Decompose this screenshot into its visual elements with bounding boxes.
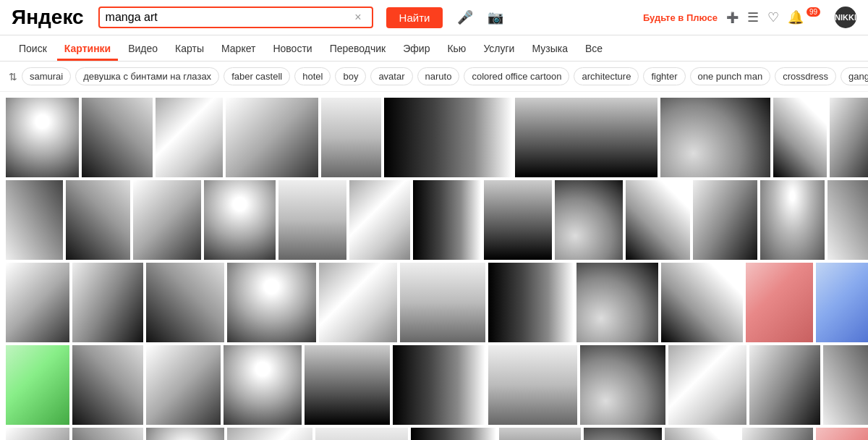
image-row (6, 428, 862, 440)
image-cell[interactable] (742, 428, 813, 440)
image-cell[interactable] (555, 180, 623, 260)
nav-tab-эфир[interactable]: Эфир (396, 38, 437, 61)
yandex-plus-text[interactable]: Будьте в Плюсе (643, 12, 718, 23)
nav-tab-картинки[interactable]: Картинки (57, 38, 118, 61)
image-cell[interactable] (146, 345, 221, 425)
filter-chip[interactable]: faber castell (224, 67, 290, 85)
filter-chip[interactable]: samurai (22, 67, 71, 85)
manga-image (349, 180, 410, 260)
image-cell[interactable] (499, 428, 581, 440)
image-cell[interactable] (133, 180, 201, 260)
search-clear-icon[interactable]: × (354, 11, 361, 24)
image-cell[interactable] (321, 98, 381, 177)
nav-tab-музыка[interactable]: Музыка (524, 38, 575, 61)
image-cell[interactable] (156, 98, 223, 177)
image-cell[interactable] (278, 180, 346, 260)
image-cell[interactable] (576, 263, 658, 342)
image-cell[interactable] (319, 263, 397, 342)
filter-chip[interactable]: naruto (417, 67, 460, 85)
nav-tab-кью[interactable]: Кью (440, 38, 473, 61)
nav-tab-карты[interactable]: Карты (168, 38, 211, 61)
filter-chip[interactable]: hotel (294, 67, 331, 85)
image-cell[interactable] (488, 263, 574, 342)
image-cell[interactable] (665, 428, 739, 440)
filter-chip[interactable]: девушка с бинтами на глазах (75, 67, 219, 85)
image-cell[interactable] (72, 345, 143, 425)
filter-chip[interactable]: gangsta (841, 67, 868, 85)
image-cell[interactable] (6, 180, 63, 260)
manga-image (661, 263, 743, 342)
image-cell[interactable] (816, 428, 868, 440)
image-cell[interactable] (816, 263, 868, 342)
filter-chip[interactable]: architecture (574, 67, 639, 85)
image-cell[interactable] (749, 345, 820, 425)
image-cell[interactable] (411, 428, 496, 440)
filter-chip[interactable]: avatar (370, 67, 412, 85)
image-cell[interactable] (72, 428, 143, 440)
image-cell[interactable] (146, 263, 224, 342)
image-cell[interactable] (315, 428, 408, 440)
image-cell[interactable] (349, 180, 410, 260)
filter-chip[interactable]: one punch man (690, 67, 771, 85)
image-cell[interactable] (146, 428, 224, 440)
image-cell[interactable] (580, 345, 665, 425)
image-cell[interactable] (484, 180, 552, 260)
nav-tab-поиск[interactable]: Поиск (12, 38, 54, 61)
nav-tab-новости[interactable]: Новости (265, 38, 319, 61)
filter-chip[interactable]: colored office cartoon (464, 67, 569, 85)
bookmarks-icon[interactable]: ☰ (747, 9, 759, 25)
mic-icon[interactable]: 🎤 (457, 9, 473, 25)
image-cell[interactable] (6, 428, 69, 440)
filter-chip[interactable]: boy (335, 67, 366, 85)
image-cell[interactable] (227, 263, 316, 342)
image-cell[interactable] (224, 345, 302, 425)
manga-image (580, 345, 665, 425)
image-cell[interactable] (400, 263, 485, 342)
image-cell[interactable] (515, 98, 658, 177)
camera-icon[interactable]: 📷 (488, 9, 503, 25)
filter-chip[interactable]: crossdress (775, 67, 836, 85)
image-cell[interactable] (66, 180, 130, 260)
manga-image (742, 428, 813, 440)
image-cell[interactable] (204, 180, 276, 260)
image-cell[interactable] (6, 263, 69, 342)
image-cell[interactable] (488, 345, 577, 425)
manga-image (226, 98, 318, 177)
image-cell[interactable] (384, 98, 512, 177)
avatar[interactable]: NIKKI (835, 7, 856, 28)
image-cell[interactable] (413, 180, 481, 260)
image-cell[interactable] (393, 345, 485, 425)
image-cell[interactable] (661, 263, 743, 342)
image-cell[interactable] (760, 180, 825, 260)
image-row (6, 98, 862, 177)
nav-tab-видео[interactable]: Видео (121, 38, 165, 61)
image-cell[interactable] (82, 98, 153, 177)
image-cell[interactable] (746, 263, 813, 342)
filter-chip[interactable]: fighter (643, 67, 685, 85)
image-cell[interactable] (827, 180, 868, 260)
image-cell[interactable] (660, 98, 770, 177)
image-cell[interactable] (6, 98, 79, 177)
image-cell[interactable] (626, 180, 690, 260)
search-button[interactable]: Найти (386, 7, 443, 28)
image-cell[interactable] (773, 98, 827, 177)
nav-tab-маркет[interactable]: Маркет (214, 38, 263, 61)
image-cell[interactable] (584, 428, 662, 440)
image-cell[interactable] (823, 345, 868, 425)
yandex-logo: Яндекс (12, 6, 84, 29)
image-cell[interactable] (6, 345, 69, 425)
image-cell[interactable] (305, 345, 390, 425)
image-cell[interactable] (668, 345, 746, 425)
image-cell[interactable] (72, 263, 143, 342)
nav-tab-услуги[interactable]: Услуги (476, 38, 522, 61)
search-input[interactable] (106, 11, 355, 24)
heart-icon[interactable]: ♡ (767, 9, 779, 25)
image-cell[interactable] (226, 98, 318, 177)
nav-tab-все[interactable]: Все (578, 38, 610, 61)
image-cell[interactable] (227, 428, 312, 440)
bell-icon[interactable]: 🔔 (788, 9, 804, 25)
image-cell[interactable] (693, 180, 757, 260)
nav-tab-переводчик[interactable]: Переводчик (323, 38, 393, 61)
filter-sort-icon[interactable]: ⇅ (9, 71, 17, 82)
image-cell[interactable] (830, 98, 868, 177)
